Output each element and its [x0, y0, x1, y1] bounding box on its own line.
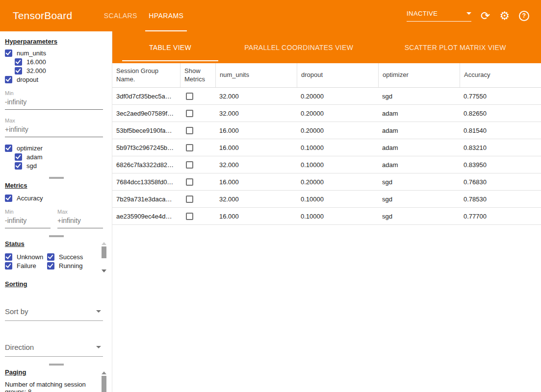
sidebar: Hyperparameters num_units 16.000 32.000 …: [0, 31, 112, 392]
sort-by-select[interactable]: Sort by: [5, 305, 103, 321]
scrollbar-thumb[interactable]: [102, 376, 106, 392]
sorting-title: Sorting: [5, 280, 107, 288]
scroll-up-icon[interactable]: [102, 371, 106, 374]
column-header-session-group-name[interactable]: Session Group Name.: [112, 63, 180, 87]
show-metrics-checkbox[interactable]: [186, 144, 193, 151]
table-header: Session Group Name. Show Metrics num_uni…: [112, 63, 541, 88]
metric-minmax: Min -infinity Max +infinity: [5, 209, 107, 228]
value-16-checkbox[interactable]: [15, 58, 22, 66]
sort-by-value: Sort by: [5, 307, 28, 316]
show-metrics-checkbox[interactable]: [186, 93, 193, 100]
scrollbar-thumb[interactable]: [102, 246, 106, 258]
table-row: 53bf5bece9190fa… 16.000 0.20000 adam 0.8…: [112, 122, 541, 139]
status-scrollbar: [102, 242, 106, 272]
metric-min-input[interactable]: -infinity: [5, 215, 51, 228]
optimizer-checkbox[interactable]: [5, 145, 12, 152]
dropout-checkbox[interactable]: [5, 76, 12, 83]
hparam-value-32[interactable]: 32.000: [15, 66, 107, 75]
section-resize-handle[interactable]: [49, 235, 64, 237]
optimizer-cell: adam: [378, 161, 460, 169]
column-header-accuracy[interactable]: Accuracy: [460, 63, 541, 87]
section-resize-handle[interactable]: [49, 364, 64, 366]
metric-max-input[interactable]: +infinity: [57, 215, 103, 228]
status-unknown[interactable]: Unknown: [5, 252, 47, 261]
show-metrics-checkbox[interactable]: [186, 213, 193, 220]
dropout-label: dropout: [17, 76, 38, 83]
status-options: Unknown Success Failure Running: [5, 252, 107, 270]
hparam-value-adam[interactable]: adam: [15, 152, 107, 161]
tab-parallel-coordinates-view[interactable]: PARALLEL COORDINATES VIEW: [228, 31, 369, 63]
settings-icon[interactable]: ⚙: [499, 10, 510, 22]
table-row: 7b29a731e3daca… 32.000 0.10000 sgd 0.785…: [112, 191, 541, 208]
column-header-dropout[interactable]: dropout: [297, 63, 378, 87]
status-success[interactable]: Success: [47, 252, 107, 261]
dropout-max-input[interactable]: +infinity: [5, 123, 103, 137]
session-group-name-cell: 53bf5bece9190fa…: [112, 127, 180, 134]
status-running[interactable]: Running: [47, 261, 107, 270]
session-group-name-cell: 7684dcc13358fd0…: [112, 178, 180, 186]
value-32-checkbox[interactable]: [15, 67, 22, 74]
paging-section: Paging Number of matching session groups…: [5, 368, 112, 392]
accuracy-cell: 0.77700: [460, 213, 541, 220]
hyperparameters-title: Hyperparameters: [5, 38, 107, 45]
hyperparameters-section: Hyperparameters num_units 16.000 32.000 …: [5, 38, 112, 179]
show-metrics-checkbox[interactable]: [186, 196, 193, 203]
show-metrics-cell: [180, 196, 215, 203]
top-bar: TensorBoard SCALARS HPARAMS INACTIVE ⟳ ⚙…: [0, 0, 541, 31]
num-units-cell: 16.000: [215, 213, 297, 220]
hparam-num-units[interactable]: num_units: [5, 49, 107, 57]
section-resize-handle[interactable]: [49, 177, 64, 179]
value-16-label: 16.000: [26, 58, 46, 66]
optimizer-label: optimizer: [17, 145, 43, 152]
show-metrics-checkbox[interactable]: [186, 110, 193, 117]
column-header-num-units[interactable]: num_units: [215, 63, 297, 87]
status-failure[interactable]: Failure: [5, 261, 47, 270]
optimizer-cell: adam: [378, 127, 460, 134]
show-metrics-checkbox[interactable]: [186, 161, 193, 169]
tab-scatter-plot-matrix-view[interactable]: SCATTER PLOT MATRIX VIEW: [369, 31, 541, 63]
metric-accuracy[interactable]: Accuracy: [5, 194, 107, 202]
unknown-checkbox[interactable]: [5, 253, 12, 261]
adam-checkbox[interactable]: [15, 153, 22, 161]
paging-scrollbar: [102, 371, 106, 392]
tab-scalars[interactable]: SCALARS: [98, 0, 143, 31]
show-metrics-cell: [180, 213, 215, 220]
direction-select[interactable]: Direction: [5, 341, 103, 357]
hparam-value-sgd[interactable]: sgd: [15, 161, 107, 170]
failure-label: Failure: [17, 262, 36, 270]
session-group-name-cell: 6826c7fa3322d82…: [112, 161, 180, 169]
chevron-down-icon: [96, 346, 101, 348]
failure-checkbox[interactable]: [5, 262, 12, 270]
running-checkbox[interactable]: [47, 262, 54, 270]
show-metrics-checkbox[interactable]: [186, 127, 193, 134]
column-header-optimizer[interactable]: optimizer: [378, 63, 460, 87]
optimizer-cell: adam: [378, 144, 460, 151]
tab-hparams[interactable]: HPARAMS: [143, 0, 189, 31]
optimizer-cell: sgd: [378, 93, 460, 100]
success-checkbox[interactable]: [47, 253, 54, 261]
sgd-checkbox[interactable]: [15, 162, 22, 170]
dropout-cell: 0.10000: [297, 161, 378, 169]
hparam-dropout[interactable]: dropout: [5, 75, 107, 84]
reload-status-select[interactable]: INACTIVE: [407, 10, 471, 22]
refresh-icon[interactable]: ⟳: [481, 10, 490, 22]
dropout-min-label: Min: [5, 90, 107, 96]
accuracy-label: Accuracy: [17, 195, 43, 202]
num-units-checkbox[interactable]: [5, 49, 12, 57]
help-icon[interactable]: ?: [519, 11, 529, 21]
show-metrics-checkbox[interactable]: [186, 178, 193, 186]
accuracy-checkbox[interactable]: [5, 195, 12, 202]
dropout-cell: 0.10000: [297, 196, 378, 203]
show-metrics-cell: [180, 144, 215, 151]
scroll-down-icon[interactable]: [102, 270, 106, 272]
session-group-name-cell: 7b29a731e3daca…: [112, 196, 180, 203]
accuracy-cell: 0.76830: [460, 178, 541, 186]
accuracy-cell: 0.78530: [460, 196, 541, 203]
show-metrics-cell: [180, 127, 215, 134]
dropout-min-input[interactable]: -infinity: [5, 96, 103, 110]
tab-table-view[interactable]: TABLE VIEW: [112, 31, 228, 63]
scroll-up-icon[interactable]: [102, 242, 106, 245]
hparam-optimizer[interactable]: optimizer: [5, 144, 107, 152]
hparam-value-16[interactable]: 16.000: [15, 57, 107, 66]
column-header-show-metrics[interactable]: Show Metrics: [180, 63, 215, 87]
